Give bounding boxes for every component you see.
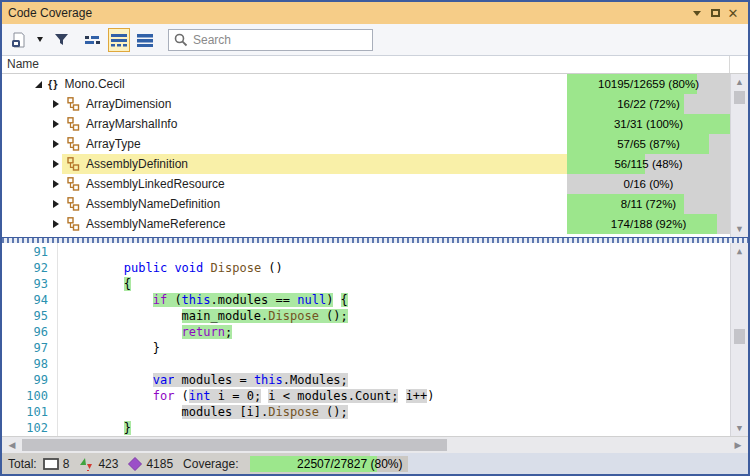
tree-row-name-cell: AssemblyNameDefinition [2, 194, 567, 214]
namespace-icon: {} [48, 78, 59, 90]
scroll-down-icon[interactable]: ▼ [731, 221, 748, 237]
line-number: 94 [2, 292, 48, 308]
scroll-left-icon[interactable]: ◀ [4, 437, 20, 453]
coverage-value: 8/11 (72%) [567, 194, 730, 214]
editor-scrollbar[interactable]: ▲ ▼ [730, 243, 748, 436]
tree-column-header[interactable]: Name [2, 56, 748, 74]
class-icon [66, 217, 80, 231]
tree-row-label: AssemblyDefinition [86, 157, 188, 171]
scroll-up-icon[interactable]: ▲ [731, 243, 748, 259]
tree-row-label: AssemblyNameDefinition [86, 197, 220, 211]
tree-row-AssemblyDefinition[interactable]: AssemblyDefinition56/115 (48%) [2, 154, 730, 174]
code-line-92: public void Dispose () [66, 260, 748, 276]
class-icon [66, 177, 80, 191]
code-editor[interactable]: 919293949596979899100101102 public void … [2, 243, 748, 436]
tree-scrollbar-thumb[interactable] [734, 91, 745, 104]
coverage-value: 31/31 (100%) [567, 114, 730, 134]
scroll-right-icon[interactable]: ▶ [730, 437, 746, 453]
code-line-94: if (this.modules == null) { [66, 292, 748, 308]
line-number-gutter: 919293949596979899100101102 [2, 243, 58, 436]
export-report-button[interactable] [8, 28, 30, 52]
tree-row-label-area[interactable]: ArrayMarshalInfo [62, 114, 567, 134]
line-number: 96 [2, 324, 48, 340]
expander-collapsed-icon[interactable] [50, 180, 62, 188]
tree-row-ArrayMarshalInfo[interactable]: ArrayMarshalInfo31/31 (100%) [2, 114, 730, 134]
class-icon [66, 117, 80, 131]
tree-row-name-cell: ArrayDimension [2, 94, 567, 114]
expander-collapsed-icon[interactable] [50, 220, 62, 228]
toolbar [2, 24, 748, 56]
tree-row-Mono.Cecil[interactable]: {}Mono.Cecil10195/12659 (80%) [2, 74, 730, 94]
block-coverage-view-button[interactable] [134, 28, 156, 52]
expander-collapsed-icon[interactable] [50, 140, 62, 148]
tree-row-label-area[interactable]: AssemblyLinkedResource [62, 174, 567, 194]
coverage-value: 56/115 (48%) [567, 154, 730, 174]
coverage-value: 174/188 (92%) [567, 214, 730, 234]
tree-row-label-area[interactable]: AssemblyDefinition [62, 154, 567, 174]
close-button[interactable]: ✕ [724, 5, 742, 21]
assembly-count: 8 [63, 457, 70, 471]
coverage-tree: {}Mono.Cecil10195/12659 (80%)ArrayDimens… [2, 74, 748, 237]
method-count: 4185 [146, 457, 173, 471]
code-coverage-window: Code Coverage ✕ [0, 0, 750, 476]
line-number: 98 [2, 356, 48, 372]
title-bar[interactable]: Code Coverage ✕ [2, 2, 748, 24]
assembly-icon [43, 458, 59, 470]
line-number: 91 [2, 244, 48, 260]
tree-row-label-area[interactable]: {}Mono.Cecil [44, 74, 567, 94]
expander-collapsed-icon[interactable] [50, 120, 62, 128]
coverage-value: 10195/12659 (80%) [567, 74, 730, 94]
tree-row-name-cell: ArrayType [2, 134, 567, 154]
tree-row-ArrayType[interactable]: ArrayType57/65 (87%) [2, 134, 730, 154]
method-icon [128, 457, 142, 471]
code-line-101: modules [i].Dispose (); [66, 404, 748, 420]
class-count-icon [79, 457, 94, 471]
line-number: 92 [2, 260, 48, 276]
tree-row-label-area[interactable]: ArrayDimension [62, 94, 567, 114]
filter-button[interactable] [50, 28, 72, 52]
scroll-down-icon[interactable]: ▼ [731, 420, 748, 436]
expander-collapsed-icon[interactable] [50, 200, 62, 208]
tree-row-label-area[interactable]: AssemblyNameDefinition [62, 194, 567, 214]
line-number: 102 [2, 420, 48, 436]
coverage-label: Coverage: [183, 457, 238, 471]
code-line-98 [66, 356, 748, 372]
group-by-button[interactable] [82, 28, 104, 52]
search-icon [174, 33, 188, 47]
coverage-bar-cell: 8/11 (72%) [567, 194, 730, 214]
tree-row-name-cell: AssemblyDefinition [2, 154, 567, 174]
tree-row-AssemblyNameReference[interactable]: AssemblyNameReference174/188 (92%) [2, 214, 730, 234]
export-dropdown-button[interactable] [34, 28, 46, 52]
window-menu-button[interactable] [688, 5, 706, 21]
code-line-91 [66, 244, 748, 260]
tree-row-AssemblyLinkedResource[interactable]: AssemblyLinkedResource0/16 (0%) [2, 174, 730, 194]
tree-row-label: AssemblyNameReference [86, 217, 225, 231]
scroll-up-icon[interactable]: ▲ [731, 74, 748, 90]
code-line-95: main_module.Dispose (); [66, 308, 748, 324]
coverage-progress-bar: 22507/27827 (80%) [250, 456, 408, 472]
horizontal-scrollbar-thumb[interactable] [22, 439, 447, 451]
search-input[interactable] [193, 33, 367, 47]
coverage-value: 57/65 (87%) [567, 134, 730, 154]
line-coverage-view-button[interactable] [108, 28, 130, 52]
class-count: 423 [98, 457, 118, 471]
editor-scrollbar-thumb[interactable] [734, 329, 745, 344]
horizontal-scrollbar[interactable]: ◀ ▶ [2, 436, 748, 453]
expander-open-icon[interactable] [32, 81, 44, 88]
class-icon [66, 137, 80, 151]
tree-scrollbar[interactable]: ▲ ▼ [730, 74, 748, 237]
tree-row-label-area[interactable]: ArrayType [62, 134, 567, 154]
class-icon [66, 197, 80, 211]
tree-row-label-area[interactable]: AssemblyNameReference [62, 214, 567, 234]
column-divider [729, 56, 730, 73]
grouping-icon [85, 33, 101, 47]
maximize-button[interactable] [706, 5, 724, 21]
block-view-icon [137, 33, 153, 47]
expander-collapsed-icon[interactable] [50, 160, 62, 168]
code-line-97: } [66, 340, 748, 356]
tree-row-AssemblyNameDefinition[interactable]: AssemblyNameDefinition8/11 (72%) [2, 194, 730, 214]
expander-collapsed-icon[interactable] [50, 100, 62, 108]
tree-row-name-cell: ArrayMarshalInfo [2, 114, 567, 134]
search-box[interactable] [168, 29, 373, 51]
tree-row-ArrayDimension[interactable]: ArrayDimension16/22 (72%) [2, 94, 730, 114]
